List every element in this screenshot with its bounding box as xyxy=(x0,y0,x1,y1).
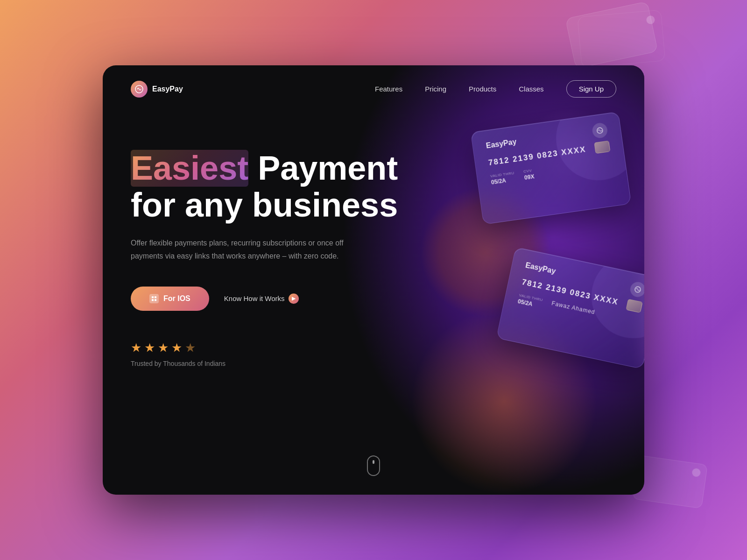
mouse-icon xyxy=(367,455,380,476)
hero-title-line2: for any business xyxy=(131,186,398,224)
hero-title: Easiest Payment for any business xyxy=(131,150,616,224)
trusted-text: Trusted by Thousands of Indians xyxy=(131,360,616,367)
stars-row: ★ ★ ★ ★ ★ xyxy=(131,341,616,355)
star-3: ★ xyxy=(158,341,169,355)
star-4: ★ xyxy=(171,341,182,355)
star-5-half: ★ xyxy=(185,341,196,355)
browser-window: EasyPay Features Pricing Products Classe… xyxy=(103,65,644,495)
hero-title-rest: Payment xyxy=(248,149,398,187)
logo-text: EasyPay xyxy=(152,84,183,93)
scroll-indicator xyxy=(367,455,380,476)
ios-button-label: For IOS xyxy=(163,294,190,303)
ios-icon xyxy=(149,294,159,303)
svg-rect-2 xyxy=(155,296,156,298)
hero-actions: For IOS Know How it Works ▶ xyxy=(131,287,616,311)
ios-button[interactable]: For IOS xyxy=(131,287,209,311)
svg-rect-1 xyxy=(152,296,154,298)
star-2: ★ xyxy=(144,341,155,355)
logo[interactable]: EasyPay xyxy=(131,81,183,98)
svg-rect-3 xyxy=(152,299,154,301)
navbar: EasyPay Features Pricing Products Classe… xyxy=(103,65,644,112)
hero-section: Easiest Payment for any business Offer f… xyxy=(103,112,644,367)
nav-features[interactable]: Features xyxy=(375,85,402,93)
signup-button[interactable]: Sign Up xyxy=(566,80,616,98)
nav-pricing[interactable]: Pricing xyxy=(425,85,446,93)
logo-icon xyxy=(131,81,148,98)
hero-subtitle: Offer flexible payments plans, recurring… xyxy=(131,237,355,262)
nav-links: Features Pricing Products Classes Sign U… xyxy=(375,80,616,98)
hero-title-highlight: Easiest xyxy=(131,150,248,187)
mouse-dot xyxy=(373,460,374,464)
nav-classes[interactable]: Classes xyxy=(519,85,543,93)
nav-products[interactable]: Products xyxy=(469,85,496,93)
star-1: ★ xyxy=(131,341,141,355)
arrow-icon: ▶ xyxy=(289,294,299,304)
know-more-label: Know How it Works xyxy=(224,294,285,302)
know-more-button[interactable]: Know How it Works ▶ xyxy=(224,294,299,304)
svg-rect-4 xyxy=(155,299,156,301)
